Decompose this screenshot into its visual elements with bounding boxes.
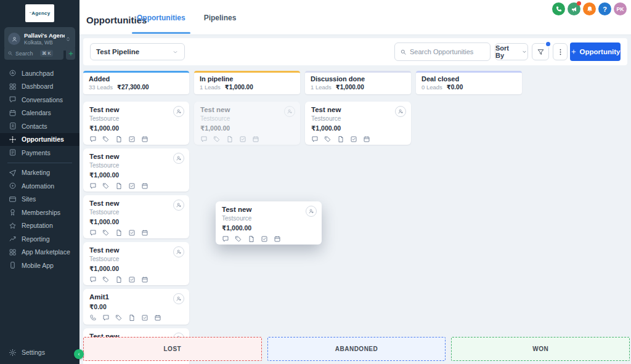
assign-user-button[interactable] (395, 106, 406, 117)
main-area: Opportunities Opportunities Pipelines ? … (79, 0, 631, 364)
task-icon[interactable] (128, 276, 136, 283)
sidebar-item-opportunities[interactable]: Opportunities (0, 133, 79, 147)
sidebar-search-input[interactable] (15, 51, 40, 57)
calendar-icon[interactable] (363, 135, 370, 143)
sidebar-collapse-button[interactable]: ‹ (74, 349, 84, 359)
more-options-button[interactable] (553, 43, 568, 60)
bell-icon[interactable] (583, 2, 596, 15)
app-marketplace-icon (9, 248, 17, 256)
opportunity-search-input[interactable] (410, 48, 484, 55)
calendar-icon[interactable] (274, 235, 281, 243)
agency-name: Pallavi's Agency (24, 32, 65, 39)
chat-icon[interactable] (222, 235, 229, 243)
assign-user-button[interactable] (173, 200, 184, 211)
file-icon[interactable] (115, 135, 123, 143)
assign-user-button[interactable] (284, 106, 295, 117)
file-icon[interactable] (115, 229, 123, 237)
sidebar-item-memberships[interactable]: Memberships (0, 206, 79, 219)
opportunity-card-drag-source[interactable]: Test new Testsource ₹1,000.00 (194, 102, 300, 145)
drop-zone-lost[interactable]: LOST (83, 337, 262, 361)
chat-icon[interactable] (89, 229, 97, 237)
assign-user-button[interactable] (173, 106, 184, 117)
chevron-updown-icon (65, 36, 71, 42)
sidebar-item-marketing[interactable]: Marketing (0, 166, 79, 180)
calendar-icon[interactable] (141, 229, 149, 237)
sidebar-item-calendars[interactable]: Calendars (0, 107, 79, 120)
help-icon[interactable]: ? (598, 2, 611, 15)
pipeline-select[interactable]: Test Pipeline (90, 43, 185, 60)
chat-icon[interactable] (311, 135, 319, 143)
assign-user-button[interactable] (173, 246, 184, 257)
file-icon[interactable] (248, 235, 255, 243)
dragged-card[interactable]: Test new Testsource ₹1,000.00 (216, 201, 322, 245)
tag-icon[interactable] (102, 229, 110, 237)
task-icon[interactable] (128, 229, 136, 237)
sidebar-item-settings[interactable]: Settings (0, 346, 79, 360)
file-icon[interactable] (337, 135, 344, 143)
opportunity-card[interactable]: Test new Testsource ₹1,000.00 (83, 148, 189, 192)
file-icon[interactable] (128, 314, 136, 322)
tag-icon[interactable] (235, 235, 242, 243)
calendar-icon[interactable] (141, 135, 149, 143)
phone-icon[interactable] (552, 2, 565, 15)
sidebar-item-dashboard[interactable]: Dashboard (0, 80, 79, 94)
sidebar-item-launchpad[interactable]: Launchpad (0, 67, 79, 80)
tab-opportunities[interactable]: Opportunities (137, 0, 185, 35)
drop-zone-abandoned[interactable]: ABANDONED (267, 337, 446, 361)
search-icon (7, 51, 13, 56)
sidebar-item-mobile-app[interactable]: Mobile App (0, 259, 79, 272)
sidebar-item-app-marketplace[interactable]: App Marketplace (0, 246, 79, 259)
assign-user-button[interactable] (173, 153, 184, 164)
sidebar-search[interactable]: ⌘ K (4, 47, 63, 60)
file-icon[interactable] (226, 135, 234, 143)
tag-icon[interactable] (213, 135, 221, 143)
filter-button[interactable] (532, 43, 549, 60)
tag-icon[interactable] (115, 314, 123, 322)
task-icon[interactable] (128, 182, 136, 190)
calendar-icon[interactable] (154, 314, 161, 322)
opportunity-card[interactable]: Test new Testsource ₹1,000.00 (83, 242, 189, 285)
task-icon[interactable] (239, 135, 246, 143)
quick-add-button[interactable] (66, 47, 75, 60)
sidebar-item-automation[interactable]: Automation (0, 179, 79, 193)
avatar[interactable]: PK (614, 2, 627, 15)
sidebar-item-payments[interactable]: Payments (0, 146, 79, 160)
chat-icon[interactable] (89, 182, 97, 190)
sidebar-menu: Launchpad Dashboard Conversations Calend… (0, 67, 79, 272)
phone-icon[interactable] (89, 314, 97, 322)
task-icon[interactable] (350, 135, 357, 143)
sidebar-item-reputation[interactable]: Reputation (0, 219, 79, 233)
calendar-icon[interactable] (252, 135, 259, 143)
opportunity-card[interactable]: Amit1 ₹0.00 (83, 289, 189, 325)
sidebar-item-conversations[interactable]: Conversations (0, 93, 79, 107)
opportunity-card[interactable]: Test new Testsource ₹1,000.00 (305, 102, 411, 145)
calendar-icon[interactable] (141, 182, 149, 190)
opportunity-card[interactable]: Test new Testsource ₹1,000.00 (83, 195, 189, 238)
chat-icon[interactable] (89, 276, 97, 283)
tag-icon[interactable] (324, 135, 332, 143)
tag-icon[interactable] (102, 135, 110, 143)
megaphone-icon[interactable] (568, 2, 580, 15)
chat-icon[interactable] (200, 135, 208, 143)
assign-user-button[interactable] (173, 293, 184, 304)
sort-by-button[interactable]: Sort By (495, 43, 528, 60)
assign-user-button[interactable] (306, 206, 317, 217)
opportunity-card[interactable]: Test new Testsource ₹1,000.00 (83, 102, 189, 145)
file-icon[interactable] (115, 276, 123, 283)
sidebar-item-reporting[interactable]: Reporting (0, 232, 79, 246)
tag-icon[interactable] (102, 276, 110, 283)
tab-pipelines[interactable]: Pipelines (204, 0, 237, 35)
chat-icon[interactable] (102, 314, 110, 322)
calendar-icon[interactable] (141, 276, 149, 283)
tag-icon[interactable] (102, 182, 110, 190)
file-icon[interactable] (115, 182, 123, 190)
drop-zone-won[interactable]: WON (451, 337, 630, 361)
task-icon[interactable] (141, 314, 149, 322)
sidebar-item-sites[interactable]: Sites (0, 193, 79, 206)
chat-icon[interactable] (89, 135, 97, 143)
opportunity-search[interactable] (394, 42, 491, 61)
task-icon[interactable] (128, 135, 136, 143)
add-opportunity-button[interactable]: Opportunity (570, 42, 621, 61)
sidebar-item-contacts[interactable]: Contacts (0, 119, 79, 133)
task-icon[interactable] (261, 235, 268, 243)
